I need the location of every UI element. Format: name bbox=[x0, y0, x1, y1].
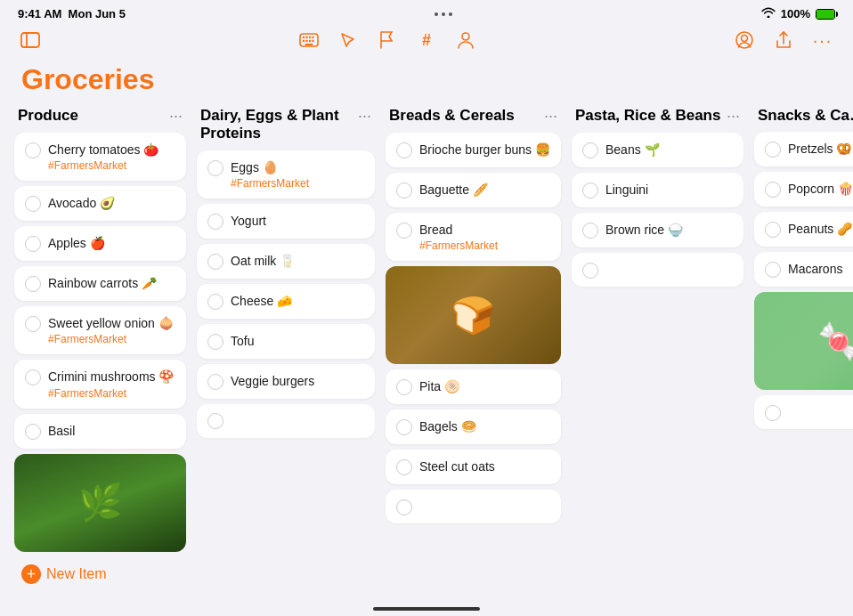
item-tag: #FarmersMarket bbox=[231, 177, 364, 190]
list-item: Beans 🌱 bbox=[572, 133, 743, 167]
share-icon[interactable] bbox=[771, 28, 796, 53]
column-dairy-header: Dairy, Eggs & Plant Proteins ··· bbox=[197, 107, 375, 150]
item-checkbox[interactable] bbox=[25, 369, 41, 385]
item-name: Tofu bbox=[231, 333, 364, 349]
item-checkbox[interactable] bbox=[765, 182, 781, 198]
item-checkbox[interactable] bbox=[396, 223, 412, 239]
cursor-icon[interactable] bbox=[336, 28, 361, 53]
new-item-bar[interactable]: + New Item bbox=[0, 554, 853, 595]
sidebar-toggle-button[interactable] bbox=[18, 28, 43, 53]
list-item: Pita 🫓 bbox=[386, 369, 561, 404]
empty-slot bbox=[754, 395, 853, 429]
item-checkbox[interactable] bbox=[25, 142, 41, 158]
item-checkbox[interactable] bbox=[765, 262, 781, 278]
more-icon[interactable]: ··· bbox=[810, 28, 835, 53]
column-produce-header: Produce ··· bbox=[14, 107, 186, 133]
item-checkbox[interactable] bbox=[582, 263, 598, 279]
user-circle-icon[interactable] bbox=[732, 28, 757, 53]
item-checkbox[interactable] bbox=[25, 276, 41, 292]
empty-slot bbox=[572, 253, 743, 287]
item-name: Bread bbox=[419, 222, 550, 238]
list-item: Peanuts 🥜 bbox=[754, 212, 853, 247]
item-checkbox[interactable] bbox=[25, 236, 41, 252]
list-item: Eggs 🥚 #FarmersMarket bbox=[197, 150, 375, 199]
status-dots bbox=[435, 12, 452, 16]
column-dairy-menu[interactable]: ··· bbox=[354, 107, 371, 126]
item-name: Yogurt bbox=[231, 213, 364, 229]
item-checkbox[interactable] bbox=[207, 374, 223, 390]
item-checkbox[interactable] bbox=[207, 294, 223, 310]
keyboard-icon[interactable] bbox=[297, 28, 321, 53]
item-checkbox[interactable] bbox=[396, 459, 412, 475]
item-checkbox[interactable] bbox=[582, 223, 598, 239]
item-checkbox[interactable] bbox=[765, 222, 781, 238]
item-name: Rainbow carrots 🥕 bbox=[48, 275, 175, 291]
item-checkbox[interactable] bbox=[765, 405, 781, 421]
svg-point-14 bbox=[742, 36, 748, 42]
list-item: Bread #FarmersMarket bbox=[386, 213, 561, 261]
home-indicator bbox=[373, 607, 480, 611]
column-produce-menu[interactable]: ··· bbox=[166, 107, 183, 126]
item-name: Apples 🍎 bbox=[48, 235, 175, 251]
column-produce-title: Produce bbox=[18, 107, 166, 125]
item-checkbox[interactable] bbox=[207, 413, 223, 429]
hashtag-icon[interactable]: # bbox=[414, 28, 439, 53]
item-name: Pretzels 🥨 bbox=[788, 141, 853, 157]
item-checkbox[interactable] bbox=[25, 424, 41, 440]
item-checkbox[interactable] bbox=[207, 214, 223, 230]
item-name: Brown rice 🍚 bbox=[605, 222, 733, 238]
item-checkbox[interactable] bbox=[396, 419, 412, 435]
item-name: Cherry tomatoes 🍅 bbox=[48, 142, 175, 158]
empty-slot bbox=[197, 404, 375, 438]
item-checkbox[interactable] bbox=[396, 499, 412, 515]
person-icon[interactable] bbox=[453, 28, 478, 53]
item-name: Eggs 🥚 bbox=[231, 159, 364, 175]
item-checkbox[interactable] bbox=[396, 379, 412, 395]
wifi-icon bbox=[761, 7, 776, 20]
item-checkbox[interactable] bbox=[207, 254, 223, 270]
list-item: Steel cut oats bbox=[386, 450, 561, 484]
column-breads-title: Breads & Cereals bbox=[389, 107, 540, 125]
bread-image: 🍞 bbox=[386, 266, 561, 364]
item-name: Basil bbox=[48, 423, 175, 439]
item-tag: #FarmersMarket bbox=[48, 333, 175, 345]
list-item: Popcorn 🍿 bbox=[754, 172, 853, 207]
new-item-label: New Item bbox=[46, 566, 107, 582]
item-checkbox[interactable] bbox=[765, 142, 781, 158]
list-item: Yogurt bbox=[197, 204, 375, 239]
list-item: Apples 🍎 bbox=[14, 226, 186, 261]
svg-rect-0 bbox=[21, 33, 39, 47]
column-pasta-menu[interactable]: ··· bbox=[723, 107, 740, 126]
list-item: Rainbow carrots 🥕 bbox=[14, 266, 186, 301]
item-checkbox[interactable] bbox=[207, 334, 223, 350]
list-item: Pretzels 🥨 bbox=[754, 132, 853, 166]
list-item: Macarons bbox=[754, 252, 853, 287]
item-name: Linguini bbox=[605, 182, 733, 198]
item-checkbox[interactable] bbox=[25, 316, 41, 332]
main-content: Produce ··· Cherry tomatoes 🍅 #FarmersMa… bbox=[0, 107, 853, 598]
item-checkbox[interactable] bbox=[396, 182, 412, 199]
list-item: Bagels 🥯 bbox=[386, 409, 561, 444]
item-checkbox[interactable] bbox=[207, 160, 223, 176]
status-time: 9:41 AM Mon Jun 5 bbox=[18, 7, 126, 20]
item-checkbox[interactable] bbox=[396, 142, 412, 158]
list-item: Linguini bbox=[572, 173, 743, 207]
item-checkbox[interactable] bbox=[25, 196, 41, 212]
toolbar: # ··· bbox=[0, 24, 853, 60]
flag-icon[interactable] bbox=[375, 28, 400, 53]
list-item: Brown rice 🍚 bbox=[572, 213, 743, 247]
item-name: Beans 🌱 bbox=[605, 142, 733, 158]
column-snacks-header: Snacks & Ca… bbox=[754, 107, 853, 132]
column-breads-menu[interactable]: ··· bbox=[540, 107, 557, 126]
column-snacks: Snacks & Ca… Pretzels 🥨 Popcorn 🍿 Peanut… bbox=[754, 107, 853, 598]
list-item: Basil bbox=[14, 414, 186, 449]
svg-point-12 bbox=[462, 33, 469, 40]
item-checkbox[interactable] bbox=[582, 142, 598, 158]
item-name: Pita 🫓 bbox=[419, 378, 550, 394]
list-item: Tofu bbox=[197, 324, 375, 359]
empty-slot bbox=[386, 490, 561, 523]
item-name: Steel cut oats bbox=[419, 458, 550, 474]
list-item: Oat milk 🥛 bbox=[197, 244, 375, 279]
item-checkbox[interactable] bbox=[582, 182, 598, 199]
list-item: Cheese 🧀 bbox=[197, 284, 375, 319]
